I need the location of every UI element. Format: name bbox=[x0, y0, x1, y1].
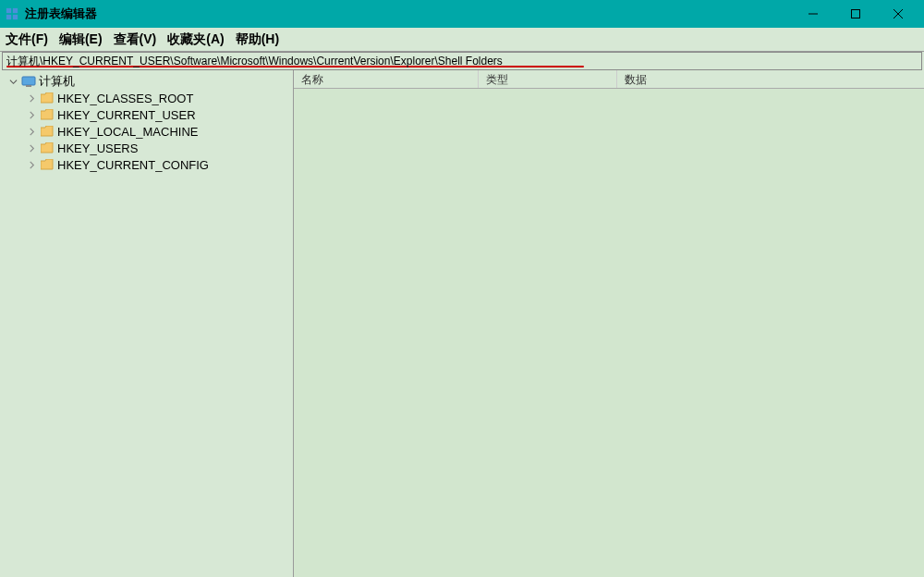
column-header-name[interactable]: 名称 bbox=[294, 70, 479, 88]
tree-item-label: HKEY_CLASSES_ROOT bbox=[57, 92, 193, 105]
menu-edit[interactable]: 编辑(E) bbox=[59, 31, 103, 48]
expander-right-icon[interactable] bbox=[26, 144, 37, 153]
window-title: 注册表编辑器 bbox=[25, 6, 792, 22]
svg-rect-2 bbox=[6, 15, 11, 19]
folder-icon bbox=[40, 125, 55, 138]
svg-rect-5 bbox=[852, 10, 860, 18]
window-controls bbox=[792, 0, 919, 28]
maximize-button[interactable] bbox=[834, 0, 877, 28]
column-header-data[interactable]: 数据 bbox=[617, 70, 924, 88]
svg-rect-8 bbox=[22, 77, 35, 85]
addressbar[interactable]: 计算机\HKEY_CURRENT_USER\Software\Microsoft… bbox=[2, 52, 922, 70]
tree-hive-users[interactable]: HKEY_USERS bbox=[0, 140, 293, 156]
tree-pane[interactable]: 计算机 HKEY_CLASSES_ROOT HKEY_CURRENT_USER bbox=[0, 70, 294, 577]
folder-icon bbox=[40, 141, 55, 154]
tree-root-label: 计算机 bbox=[39, 73, 75, 90]
expander-right-icon[interactable] bbox=[26, 128, 37, 136]
folder-icon bbox=[40, 108, 55, 121]
menubar: 文件(F) 编辑(E) 查看(V) 收藏夹(A) 帮助(H) bbox=[0, 28, 924, 52]
computer-icon bbox=[21, 75, 36, 88]
folder-icon bbox=[40, 158, 55, 171]
svg-rect-9 bbox=[26, 85, 31, 87]
expander-right-icon[interactable] bbox=[26, 94, 37, 103]
tree-hive-current-config[interactable]: HKEY_CURRENT_CONFIG bbox=[0, 156, 293, 173]
tree-item-label: HKEY_USERS bbox=[57, 141, 138, 155]
expander-right-icon[interactable] bbox=[26, 161, 37, 169]
tree-hive-classes-root[interactable]: HKEY_CLASSES_ROOT bbox=[0, 90, 293, 106]
titlebar: 注册表编辑器 bbox=[0, 0, 924, 28]
list-header: 名称 类型 数据 bbox=[294, 70, 924, 89]
tree-hive-local-machine[interactable]: HKEY_LOCAL_MACHINE bbox=[0, 123, 293, 140]
folder-icon bbox=[40, 92, 55, 104]
tree-item-label: HKEY_CURRENT_CONFIG bbox=[57, 158, 209, 172]
list-body[interactable] bbox=[294, 89, 924, 577]
tree-hive-current-user[interactable]: HKEY_CURRENT_USER bbox=[0, 106, 293, 123]
menu-view[interactable]: 查看(V) bbox=[114, 31, 157, 48]
list-pane: 名称 类型 数据 bbox=[294, 70, 924, 577]
expander-right-icon[interactable] bbox=[26, 111, 37, 119]
minimize-button[interactable] bbox=[792, 0, 834, 28]
content-area: 计算机 HKEY_CLASSES_ROOT HKEY_CURRENT_USER bbox=[0, 70, 924, 577]
close-button[interactable] bbox=[877, 0, 919, 28]
app-icon bbox=[5, 6, 19, 21]
menu-help[interactable]: 帮助(H) bbox=[236, 31, 279, 48]
svg-rect-3 bbox=[13, 15, 18, 19]
column-header-type[interactable]: 类型 bbox=[479, 70, 617, 88]
menu-file[interactable]: 文件(F) bbox=[6, 31, 48, 48]
tree-item-label: HKEY_LOCAL_MACHINE bbox=[57, 125, 198, 139]
expander-down-icon[interactable] bbox=[7, 78, 18, 86]
menu-favorites[interactable]: 收藏夹(A) bbox=[167, 31, 224, 48]
svg-rect-1 bbox=[13, 8, 18, 13]
svg-rect-0 bbox=[6, 8, 11, 13]
tree-item-label: HKEY_CURRENT_USER bbox=[57, 108, 196, 122]
tree-root-computer[interactable]: 计算机 bbox=[0, 73, 293, 90]
addressbar-path: 计算机\HKEY_CURRENT_USER\Software\Microsoft… bbox=[6, 54, 503, 69]
